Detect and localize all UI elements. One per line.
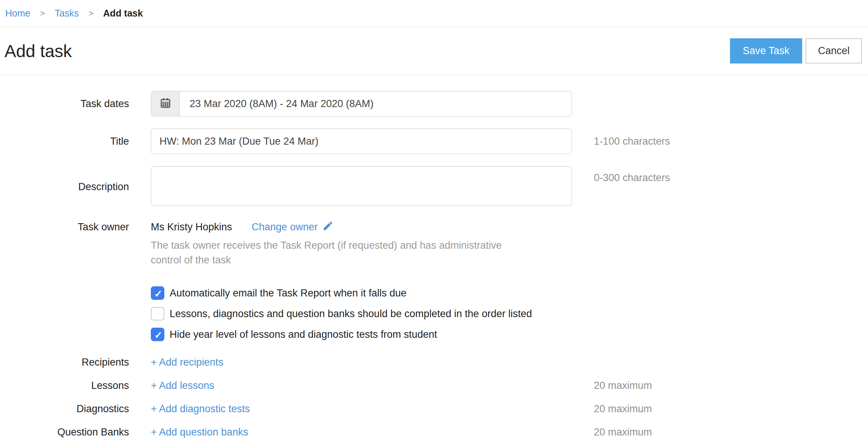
change-owner-label: Change owner xyxy=(252,221,318,233)
change-owner-link[interactable]: Change owner xyxy=(252,220,334,234)
task-dates-field[interactable]: 23 Mar 2020 (8AM) - 24 Mar 2020 (8AM) xyxy=(151,91,572,116)
order-listed-checkbox[interactable] xyxy=(151,307,164,321)
breadcrumb-home-link[interactable]: Home xyxy=(5,8,30,19)
diagnostics-row: Diagnostics + Add diagnostic tests 20 ma… xyxy=(0,401,868,416)
breadcrumb-tasks-link[interactable]: Tasks xyxy=(55,8,79,19)
add-question-banks-link[interactable]: + Add question banks xyxy=(151,426,248,438)
email-report-checkbox-label[interactable]: Automatically email the Task Report when… xyxy=(170,287,407,299)
title-row: Title 1-100 characters xyxy=(0,129,868,154)
save-task-button[interactable]: Save Task xyxy=(730,38,802,63)
title-hint: 1-100 characters xyxy=(594,136,868,147)
diagnostics-hint: 20 maximum xyxy=(594,403,868,415)
page-title: Add task xyxy=(5,41,72,61)
checkbox-item-order-listed[interactable]: Lessons, diagnostics and question banks … xyxy=(151,306,572,321)
task-owner-name: Ms Kristy Hopkins xyxy=(151,221,232,233)
question-banks-row: Question Banks + Add question banks 20 m… xyxy=(0,425,868,440)
task-dates-value[interactable]: 23 Mar 2020 (8AM) - 24 Mar 2020 (8AM) xyxy=(180,91,572,116)
cancel-button[interactable]: Cancel xyxy=(806,38,862,63)
question-banks-label: Question Banks xyxy=(0,426,129,438)
breadcrumb-separator-icon: > xyxy=(88,9,93,18)
page-header: Add task Save Task Cancel xyxy=(0,27,868,75)
title-input[interactable] xyxy=(151,129,572,154)
lessons-row: Lessons + Add lessons 20 maximum xyxy=(0,378,868,393)
description-row: Description 0-300 characters xyxy=(0,166,868,207)
calendar-icon xyxy=(159,97,171,110)
description-label: Description xyxy=(0,181,129,193)
checkbox-item-email-report[interactable]: Automatically email the Task Report when… xyxy=(151,286,572,301)
checkbox-item-hide-year-level[interactable]: Hide year level of lessons and diagnosti… xyxy=(151,327,572,342)
task-owner-label: Task owner xyxy=(0,219,129,233)
title-label: Title xyxy=(0,136,129,147)
breadcrumb-separator-icon: > xyxy=(40,9,45,18)
recipients-row: Recipients + Add recipients xyxy=(0,355,868,370)
lessons-label: Lessons xyxy=(0,380,129,392)
header-actions: Save Task Cancel xyxy=(730,38,862,63)
add-recipients-link[interactable]: + Add recipients xyxy=(151,357,223,368)
question-banks-hint: 20 maximum xyxy=(594,426,868,438)
recipients-label: Recipients xyxy=(0,357,129,368)
description-input[interactable] xyxy=(151,166,572,206)
hide-year-level-checkbox[interactable] xyxy=(151,328,164,341)
hide-year-level-checkbox-label[interactable]: Hide year level of lessons and diagnosti… xyxy=(170,329,437,340)
checkbox-group: Automatically email the Task Report when… xyxy=(151,286,572,342)
breadcrumb: Home > Tasks > Add task xyxy=(0,0,868,27)
options-row: Automatically email the Task Report when… xyxy=(0,286,868,342)
task-owner-help: The task owner receives the Task Report … xyxy=(151,238,531,268)
diagnostics-label: Diagnostics xyxy=(0,403,129,415)
add-diagnostic-tests-link[interactable]: + Add diagnostic tests xyxy=(151,403,250,414)
order-listed-checkbox-label[interactable]: Lessons, diagnostics and question banks … xyxy=(170,308,532,320)
add-task-form: Task dates 23 Mar 2020 (8AM) - 24 Mar 20… xyxy=(0,75,868,440)
description-hint: 0-300 characters xyxy=(594,166,868,184)
email-report-checkbox[interactable] xyxy=(151,286,164,300)
lessons-hint: 20 maximum xyxy=(594,380,868,392)
task-dates-label: Task dates xyxy=(0,98,129,110)
pencil-icon xyxy=(322,220,334,234)
add-lessons-link[interactable]: + Add lessons xyxy=(151,380,214,391)
breadcrumb-current: Add task xyxy=(103,8,143,19)
calendar-addon[interactable] xyxy=(151,91,180,116)
task-owner-row: Task owner Ms Kristy Hopkins Change owne… xyxy=(0,219,868,268)
task-dates-row: Task dates 23 Mar 2020 (8AM) - 24 Mar 20… xyxy=(0,91,868,116)
